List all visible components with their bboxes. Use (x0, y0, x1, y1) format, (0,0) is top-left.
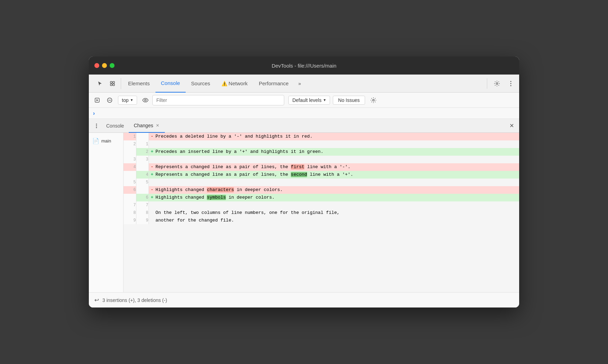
maximize-button[interactable] (110, 63, 115, 68)
diff-summary: 3 insertions (+), 3 deletions (-) (102, 297, 167, 303)
orig-line-num (124, 148, 136, 156)
console-settings-icon[interactable] (368, 95, 379, 106)
svg-point-12 (145, 99, 146, 101)
orig-line-num: 3 (124, 156, 136, 163)
table-row: 55 (124, 179, 519, 186)
undo-icon[interactable]: ↩ (94, 297, 99, 303)
svg-rect-0 (110, 81, 112, 83)
diff-marker: - (149, 163, 155, 171)
new-line-num: 7 (136, 201, 149, 209)
default-levels-button[interactable]: Default levels ▼ (288, 96, 330, 105)
table-row: 77 (124, 201, 519, 209)
diff-line-content: Highlights changed symbols in deeper col… (155, 194, 519, 201)
svg-point-13 (372, 99, 374, 101)
orig-line-num (124, 171, 136, 179)
tab-sources[interactable]: Sources (186, 75, 216, 93)
inspect-icon[interactable] (107, 78, 118, 89)
diff-line-content (155, 140, 519, 148)
new-line-num: 5 (136, 179, 149, 186)
new-line-num (136, 163, 149, 171)
new-line-num: 2 (136, 148, 149, 156)
tab-network[interactable]: ⚠️ Network (216, 75, 253, 93)
diff-line-content: Highlights changed characters in deeper … (155, 186, 519, 194)
diff-highlight: first (291, 164, 304, 170)
table-row: 4-Represents a changed line as a pair of… (124, 163, 519, 171)
new-line-num: 1 (136, 140, 149, 148)
tab-console[interactable]: Console (155, 75, 186, 93)
diff-line-content: Precedes a deleted line by a '-' and hig… (155, 133, 519, 140)
minimize-button[interactable] (102, 63, 107, 68)
orig-line-num: 9 (124, 217, 136, 224)
svg-point-16 (96, 127, 97, 128)
file-icon: 📄 (92, 138, 99, 144)
orig-line-num: 2 (124, 140, 136, 148)
settings-icon[interactable] (491, 78, 503, 89)
diff-marker (149, 179, 155, 186)
tab-console-panel[interactable]: Console (101, 119, 129, 133)
diff-marker: - (149, 186, 155, 194)
main-content: 📄 main 1-Precedes a deleted line by a '-… (89, 133, 519, 292)
diff-marker (149, 217, 155, 224)
diff-highlight: symbols (207, 195, 226, 200)
diff-line-content: On the left, two columns of line numbers… (155, 209, 519, 217)
filter-input[interactable] (152, 95, 284, 105)
main-toolbar: Elements Console Sources ⚠️ Network Perf… (89, 75, 519, 93)
play-icon[interactable] (92, 95, 103, 106)
diff-marker: - (149, 133, 155, 140)
new-line-num: 9 (136, 217, 149, 224)
titlebar: DevTools - file:///Users/main (89, 57, 519, 75)
diff-line-content: another for the changed file. (155, 217, 519, 224)
panel-more-icon[interactable] (92, 121, 101, 131)
close-panel-icon[interactable]: ✕ (507, 121, 516, 131)
diff-marker (149, 209, 155, 217)
orig-line-num: 6 (124, 186, 136, 194)
window-title: DevTools - file:///Users/main (272, 63, 337, 69)
no-issues-button[interactable]: No Issues (333, 96, 365, 105)
eye-icon[interactable] (140, 95, 151, 106)
traffic-lights (94, 63, 115, 68)
devtools-window: DevTools - file:///Users/main Elements (89, 57, 519, 307)
more-tabs-button[interactable]: » (294, 78, 305, 89)
tab-performance[interactable]: Performance (253, 75, 294, 93)
file-sidebar: 📄 main (89, 133, 124, 292)
tab-elements[interactable]: Elements (123, 75, 155, 93)
diff-marker (149, 156, 155, 163)
tab-changes-panel[interactable]: Changes ✕ (129, 119, 165, 133)
svg-marker-9 (96, 99, 98, 101)
divider (487, 78, 487, 89)
list-item[interactable]: 📄 main (89, 136, 123, 146)
toolbar-icons (92, 78, 121, 89)
more-options-icon[interactable] (505, 78, 516, 89)
table-row: 1-Precedes a deleted line by a '-' and h… (124, 133, 519, 140)
close-button[interactable] (94, 63, 99, 68)
diff-area: 1-Precedes a deleted line by a '-' and h… (124, 133, 519, 292)
prompt-row: › (89, 108, 519, 119)
svg-point-5 (510, 81, 512, 82)
new-line-num: 4 (136, 171, 149, 179)
diff-highlight: characters (207, 187, 234, 192)
table-row: 21 (124, 140, 519, 148)
close-changes-tab-icon[interactable]: ✕ (155, 122, 160, 129)
new-line-num (136, 133, 149, 140)
diff-marker (149, 140, 155, 148)
clear-icon[interactable] (104, 95, 115, 106)
svg-point-7 (510, 85, 512, 86)
svg-rect-3 (113, 84, 115, 86)
orig-line-num: 1 (124, 133, 136, 140)
diff-line-content: Represents a changed line as a pair of l… (155, 163, 519, 171)
main-tabs: Elements Console Sources ⚠️ Network Perf… (123, 75, 483, 93)
chevron-down-icon: ▼ (130, 98, 133, 102)
diff-line-content (155, 201, 519, 209)
orig-line-num: 5 (124, 179, 136, 186)
new-line-num (136, 186, 149, 194)
context-selector[interactable]: top ▼ (118, 96, 137, 105)
table-row: 88On the left, two columns of line numbe… (124, 209, 519, 217)
toolbar-right (483, 78, 516, 89)
svg-rect-2 (110, 84, 112, 86)
cursor-icon[interactable] (94, 78, 105, 89)
diff-highlight: second (291, 172, 307, 177)
diff-marker: + (149, 194, 155, 201)
table-row: 6+Highlights changed symbols in deeper c… (124, 194, 519, 201)
svg-point-6 (510, 83, 512, 84)
svg-rect-1 (113, 81, 115, 83)
